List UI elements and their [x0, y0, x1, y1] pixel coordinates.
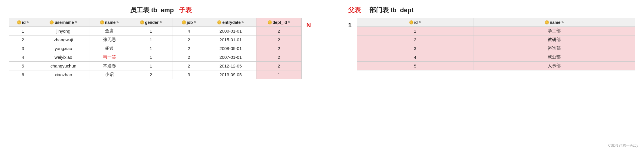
emp-col-gender: 🔑 gender ⇅: [129, 18, 173, 27]
emp-cell: 2: [256, 62, 301, 70]
sort-name[interactable]: ⇅: [116, 21, 119, 24]
fk-icon-gender: 🔑: [140, 20, 144, 24]
emp-cell: 1: [129, 62, 173, 70]
emp-col-entrydate-label: entrydate: [222, 20, 240, 25]
emp-cell: weiyixiao: [37, 53, 90, 62]
emp-sub-title: 子表: [179, 6, 192, 15]
csdn-credit: CSDN @栋一头zcy: [608, 143, 638, 148]
dept-table-title: 部门表 tb_dept: [370, 6, 414, 15]
dept-cell: 教研部: [473, 35, 635, 44]
emp-table-row: 4weiyixiao韦一笑122007-01-012: [9, 53, 302, 62]
sort-dept-id[interactable]: ⇅: [419, 21, 421, 24]
dept-cell: 1: [357, 27, 473, 35]
pk-icon-id: 🔑: [17, 20, 21, 24]
emp-cell: 2000-01-01: [205, 27, 256, 35]
sort-id[interactable]: ⇅: [26, 21, 29, 24]
dept-fu-label: 父表: [348, 6, 361, 15]
dept-table-row: 4就业部: [357, 53, 635, 62]
sort-username[interactable]: ⇅: [75, 21, 77, 24]
emp-cell: 韦一笑: [90, 53, 129, 62]
dept-col-name: 🔑 name ⇅: [473, 18, 635, 27]
pk-icon-dept-id: 🔑: [409, 20, 413, 24]
dept-table-row: 2教研部: [357, 35, 635, 44]
emp-cell: 5: [9, 62, 37, 70]
emp-cell: 2: [9, 35, 37, 44]
dept-table-wrapper: 1 🔑 id ⇅: [313, 18, 635, 70]
fk-icon-username: 🔑: [50, 20, 54, 24]
fk-icon-name: 🔑: [100, 20, 104, 24]
emp-cell: 2008-05-01: [205, 44, 256, 53]
dept-cell: 5: [357, 62, 473, 70]
emp-cell: 1: [129, 27, 173, 35]
emp-col-username: 🔑 username ⇅: [37, 18, 90, 27]
sort-gender[interactable]: ⇅: [160, 21, 162, 24]
dept-table-row: 5人事部: [357, 62, 635, 70]
dept-table-row: 1学工部: [357, 27, 635, 35]
dept-col-name-label: name: [550, 20, 560, 25]
emp-col-entrydate: 🔑 entrydate ⇅: [205, 18, 256, 27]
left-title-area: 员工表 tb_emp 子表: [9, 6, 313, 15]
emp-cell: jinyong: [37, 27, 90, 35]
emp-cell: 张无忌: [90, 35, 129, 44]
emp-cell: 3: [173, 70, 205, 79]
emp-cell: 2012-12-05: [205, 62, 256, 70]
emp-cell: 2: [173, 53, 205, 62]
fk-icon-deptid: 🔑: [268, 20, 272, 24]
emp-table-title: 员工表 tb_emp: [130, 6, 174, 15]
sort-entrydate[interactable]: ⇅: [241, 21, 244, 24]
dept-table: 🔑 id ⇅ 🔑 name ⇅: [357, 18, 635, 70]
one-label: 1: [348, 18, 354, 29]
emp-col-username-label: username: [55, 20, 74, 25]
emp-col-deptid: 🔑 dept_id ⇅: [256, 18, 301, 27]
emp-table-row: 1jinyong金庸142000-01-012: [9, 27, 302, 35]
fk-icon-dept-name: 🔑: [545, 20, 549, 24]
dept-cell: 就业部: [473, 53, 635, 62]
emp-cell: 2: [256, 44, 301, 53]
fk-icon-entrydate: 🔑: [217, 20, 221, 24]
emp-cell: 4: [173, 27, 205, 35]
sort-dept-name[interactable]: ⇅: [561, 21, 564, 24]
emp-cell: 2: [256, 27, 301, 35]
dept-cell: 4: [357, 53, 473, 62]
emp-table: 🔑 id ⇅ 🔑 username ⇅: [9, 18, 302, 79]
emp-cell: zhangwuji: [37, 35, 90, 44]
emp-table-row: 6xiaozhao小昭232013-09-051: [9, 70, 302, 79]
emp-cell: 2: [173, 44, 205, 53]
emp-table-row: 3yangxiao杨逍122008-05-012: [9, 44, 302, 53]
dept-cell: 咨询部: [473, 44, 635, 53]
emp-cell: xiaozhao: [37, 70, 90, 79]
dept-cell: 学工部: [473, 27, 635, 35]
emp-cell: 2007-01-01: [205, 53, 256, 62]
emp-col-gender-label: gender: [145, 20, 159, 25]
emp-table-row: 2zhangwuji张无忌122015-01-012: [9, 35, 302, 44]
dept-table-header-row: 🔑 id ⇅ 🔑 name ⇅: [357, 18, 635, 27]
sort-job[interactable]: ⇅: [194, 21, 196, 24]
emp-col-name: 🔑 name ⇅: [90, 18, 129, 27]
dept-table-container: 🔑 id ⇅ 🔑 name ⇅: [357, 18, 635, 70]
emp-cell: 1: [129, 44, 173, 53]
emp-table-wrapper: 🔑 id ⇅ 🔑 username ⇅: [9, 18, 313, 79]
page-layout: 员工表 tb_emp 子表 父表 部门表 tb_dept 🔑 id: [9, 6, 635, 79]
emp-cell: 1: [256, 70, 301, 79]
emp-cell: 小昭: [90, 70, 129, 79]
emp-table-header-row: 🔑 id ⇅ 🔑 username ⇅: [9, 18, 302, 27]
dept-col-id-label: id: [414, 20, 418, 25]
titles-row: 员工表 tb_emp 子表 父表 部门表 tb_dept: [9, 6, 635, 15]
emp-cell: 2013-09-05: [205, 70, 256, 79]
emp-cell: 2: [173, 62, 205, 70]
dept-cell: 人事部: [473, 62, 635, 70]
emp-cell: changyuchun: [37, 62, 90, 70]
emp-cell: 1: [129, 35, 173, 44]
emp-cell: 金庸: [90, 27, 129, 35]
right-title-area: 父表 部门表 tb_dept: [313, 6, 635, 15]
emp-col-job: 🔑 job ⇅: [173, 18, 205, 27]
fk-icon-job: 🔑: [182, 20, 186, 24]
emp-cell: 2015-01-01: [205, 35, 256, 44]
emp-cell: 1: [9, 27, 37, 35]
emp-cell: 1: [129, 53, 173, 62]
sort-deptid[interactable]: ⇅: [288, 21, 290, 24]
emp-col-id-label: id: [22, 20, 26, 25]
emp-col-id: 🔑 id ⇅: [9, 18, 37, 27]
dept-cell: 2: [357, 35, 473, 44]
emp-cell: 2: [256, 35, 301, 44]
